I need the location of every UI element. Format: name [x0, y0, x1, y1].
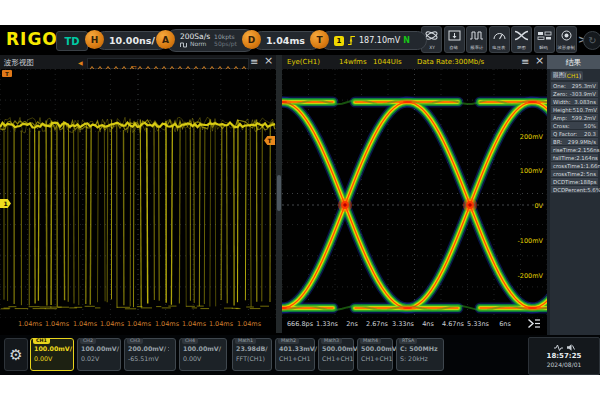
measurement-value: 2.156ns [578, 147, 600, 153]
math-box-math2[interactable]: Math2 401.33mV/ CH1+CH1 [275, 338, 315, 371]
self-check-button[interactable]: ↻ [583, 31, 600, 50]
tool-button-freq-counter[interactable]: 频率计 [466, 26, 487, 53]
measurement-row: Amp:599.2mV [551, 114, 598, 121]
eye-time-label: 666.8ps [287, 320, 313, 328]
measurement-row: DCDTime:188ps [551, 178, 598, 185]
eye-menu-icon[interactable]: ≡ [521, 57, 529, 67]
waveform-preview-strip[interactable] [87, 58, 249, 69]
tool-button-voltmeter[interactable]: 电压表 [489, 26, 510, 53]
channel-tab: CH3 [127, 338, 143, 344]
oscilloscope-screen: RIGOL TD H 10.00ns/ A 200Sa/s Norm 10kpt… [0, 25, 600, 375]
time-axis-label: 1.04ms [45, 320, 69, 328]
math-expression: CH1+CH1 [361, 355, 389, 362]
lock-icon [171, 345, 172, 352]
math-scale: 500.00mV/ [322, 345, 360, 352]
tool-button-decode[interactable]: 解码 [534, 26, 555, 53]
tool-label: 解码 [540, 45, 549, 50]
tool-label: 频率计 [470, 45, 483, 50]
measurement-label: Width: [553, 99, 570, 105]
time-axis-label: 1.04ms [18, 320, 42, 328]
divider-handle[interactable] [277, 175, 281, 211]
measurement-value: 5ns [586, 171, 596, 177]
channel-tab: CH2 [80, 338, 96, 344]
time-axis-label: 1.04ms [209, 320, 233, 328]
mode-button-td[interactable]: TD [56, 31, 88, 51]
measurement-value: 2.164ns [576, 155, 598, 161]
eye-diagram-icon [514, 30, 529, 41]
time-axis-label: 1.04ms [237, 320, 261, 328]
math-tab: Math2 [278, 338, 299, 344]
acquire-knob[interactable]: A [156, 30, 175, 49]
trigger-display[interactable]: 1 187.10mV N [320, 31, 427, 50]
sidebar-scrollbar[interactable] [547, 69, 550, 335]
eye-panel-header [282, 55, 547, 69]
eye-time-label: 3.33ns [392, 320, 414, 328]
eye-time-label: 4.67ns [442, 320, 464, 328]
eye-diagram-display [282, 69, 547, 318]
results-tab-eye-ch1[interactable]: 眼图( CH1 ) [551, 71, 583, 80]
settings-button[interactable]: ⚙ [4, 338, 28, 371]
math-box-math1[interactable]: Math1 23.98dB/ FFT(CH1) [232, 338, 272, 371]
speaker-icon [567, 344, 575, 351]
measurement-label: crossTime2: [553, 171, 585, 177]
waveform-close-icon[interactable]: × [264, 56, 273, 66]
eye-wfms-count: 14wfms [339, 58, 367, 66]
math-scale: 401.33mV/ [279, 345, 317, 352]
clock-time: 18:57:25 [547, 352, 582, 360]
waveform-panel-title: 波形视图 [4, 58, 34, 68]
time-axis-label: 1.04ms [73, 320, 97, 328]
tool-button-record[interactable]: 波形录制 [556, 26, 577, 53]
results-tab-prefix: 眼图( [553, 71, 567, 80]
tool-button-eye-diagram[interactable]: 眼图 [511, 26, 532, 53]
results-header[interactable]: 结果 [547, 55, 600, 69]
measurement-label: DCDPercent: [553, 187, 587, 193]
channel-box-ch4[interactable]: CH4 100.00mV/ 0.00V [179, 338, 227, 371]
channel-offset: -65.51mV [128, 355, 172, 362]
storage-icon [447, 30, 462, 41]
gear-icon: ⚙ [9, 346, 22, 364]
eye-time-label: 5.33ns [467, 320, 489, 328]
eye-quick-menu-icon[interactable] [527, 318, 541, 329]
measurement-value: 50% [584, 123, 596, 129]
trigger-status: N [403, 36, 410, 45]
rtsa-box[interactable]: RTSA C: 500MHz S: 20kHz [396, 338, 444, 371]
horizontal-knob[interactable]: H [85, 30, 104, 49]
eye-time-label: 6ns [499, 320, 511, 328]
math-box-math4[interactable]: Math4 500.00mV/ CH1+CH1 [357, 338, 393, 371]
measurement-row: Zero:-303.9mV [551, 90, 598, 97]
delay-knob[interactable]: D [242, 30, 261, 49]
trigger-offscreen-flag[interactable]: T [2, 70, 12, 77]
measurement-row: crossTime1:1.66ns [551, 162, 598, 169]
measurement-row: BR:299.9Mb/s [551, 138, 598, 145]
measurement-value: 1.66ns [585, 163, 600, 169]
measurement-label: BR: [553, 139, 562, 145]
measurement-row: Cross:50% [551, 122, 598, 129]
measurement-row: Q Factor:20.3 [551, 130, 598, 137]
measurement-row: DCDPercent:5.6% [551, 186, 598, 193]
channel-box-ch2[interactable]: CH2 100.00mV/ 0.02V [77, 338, 121, 371]
tool-button-storage[interactable]: 存储 [444, 26, 465, 53]
measurement-label: Cross: [553, 123, 570, 129]
channel-box-ch3[interactable]: CH3 200.00mV/ -65.51mV [124, 338, 176, 371]
measurement-row: fallTime:2.164ns [551, 154, 598, 161]
channel-offset: 0.00V [34, 355, 70, 362]
measurement-label: DCDTime: [553, 179, 580, 185]
preview-left-icon[interactable]: ◀ [78, 59, 83, 66]
voltmeter-icon [492, 30, 507, 41]
eye-time-label: 2ns [346, 320, 358, 328]
waveform-menu-icon[interactable]: ≡ [250, 57, 258, 67]
channel-scale: 100.00mV/ [81, 345, 119, 352]
square-wave-icon [180, 42, 188, 48]
eye-ui-count: 1044UIs [373, 58, 402, 66]
channel-scale: 100.00mV/ [34, 345, 72, 352]
acquire-mode: Norm [190, 41, 206, 48]
clock-box[interactable]: 18:57:25 2024/08/01 [528, 337, 600, 375]
frequency-counter-icon [469, 30, 484, 41]
eye-close-icon[interactable]: × [535, 56, 544, 66]
channel-box-ch1[interactable]: CH1 100.00mV/ 0.00V [30, 338, 74, 371]
math-scale: 23.98dB/ [236, 345, 268, 352]
math-box-math3[interactable]: Math3 500.00mV/ CH1+CH1 [318, 338, 354, 371]
trigger-knob[interactable]: T [310, 30, 329, 49]
rtsa-center-freq: C: 500MHz [400, 345, 438, 352]
time-axis-label: 1.04ms [127, 320, 151, 328]
